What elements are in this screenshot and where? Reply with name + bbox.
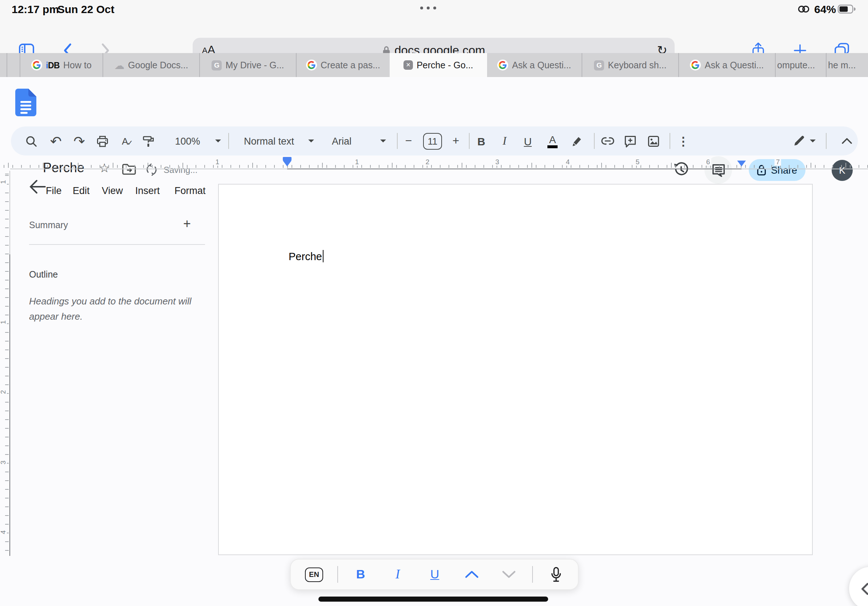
- ruler-number: 7: [775, 158, 781, 166]
- ruler-number: 1: [354, 158, 361, 166]
- horizontal-ruler[interactable]: 1 1 2 3 4 5 6 7: [0, 157, 868, 171]
- editing-mode-pencil-icon[interactable]: [793, 127, 805, 156]
- tab-partial-compute[interactable]: ompute...: [775, 53, 826, 77]
- ruler-number: 5: [634, 158, 641, 166]
- ruler-number: 3: [494, 158, 501, 166]
- tab-perche-active[interactable]: ✕ Perche - Go...: [390, 53, 487, 77]
- google-favicon: [31, 60, 42, 71]
- close-tab-icon[interactable]: ✕: [403, 60, 413, 70]
- first-line-indent-marker[interactable]: [283, 157, 291, 160]
- vertical-ruler: 1 1 2 3 4: [0, 171, 10, 556]
- dictation-mic-icon[interactable]: [550, 560, 562, 589]
- close-outline-panel-button[interactable]: [29, 179, 46, 197]
- add-summary-button[interactable]: +: [183, 216, 191, 232]
- editing-mode-caret-icon[interactable]: [810, 127, 816, 156]
- ruler-number: 2: [424, 158, 431, 166]
- font-size-field[interactable]: 11: [423, 127, 442, 156]
- toolbar-divider: [670, 133, 670, 149]
- menu-file[interactable]: File: [46, 183, 62, 198]
- battery-icon: [837, 4, 856, 17]
- tab-partial-left-1[interactable]: [0, 53, 6, 77]
- tab-label: Create a pas...: [321, 60, 380, 70]
- language-switch-button[interactable]: EN: [305, 560, 323, 589]
- paint-format-icon[interactable]: [142, 127, 155, 156]
- tab-ask-a-question-1[interactable]: Ask a Questi...: [487, 53, 581, 77]
- tab-label: Perche - Go...: [417, 60, 473, 70]
- bold-button[interactable]: B: [356, 560, 365, 589]
- insert-link-icon[interactable]: [601, 127, 615, 156]
- docs-toolbar: ↶ ↷ A✓ 100% Normal text Arial − 11 + B I…: [11, 127, 858, 156]
- decrease-font-size-button[interactable]: −: [405, 127, 412, 156]
- paragraph-style-select[interactable]: Normal text: [244, 127, 294, 156]
- text-cursor: [323, 250, 324, 262]
- menu-insert[interactable]: Insert: [135, 183, 160, 198]
- chevron-left-icon: [861, 583, 868, 595]
- right-indent-marker[interactable]: [737, 161, 746, 166]
- outline-empty-hint: Headings you add to the document will ap…: [29, 294, 198, 325]
- menu-edit[interactable]: Edit: [73, 183, 90, 198]
- ruler-number: 1: [0, 177, 7, 187]
- g-gray-favicon: G: [594, 60, 604, 70]
- tab-my-drive[interactable]: G My Drive - G...: [199, 53, 296, 77]
- tab-keyboard-shortcuts[interactable]: G Keyboard sh...: [581, 53, 678, 77]
- document-text-line[interactable]: Perche: [288, 250, 324, 262]
- battery-percent: 64%: [814, 3, 836, 15]
- document-page[interactable]: Perche: [218, 184, 813, 555]
- google-docs-logo[interactable]: [15, 89, 36, 119]
- increase-font-size-button[interactable]: +: [453, 127, 459, 156]
- tab-partial-right[interactable]: he m...: [826, 53, 868, 77]
- text-color-button[interactable]: A: [547, 127, 558, 156]
- status-bar: 12:17 pm Sun 22 Oct 64%: [0, 0, 868, 16]
- chevron-down-icon[interactable]: [502, 560, 516, 589]
- status-time: 12:17 pm: [12, 3, 59, 15]
- tab-partial-left-2[interactable]: [6, 53, 20, 77]
- accessory-divider: [337, 566, 338, 583]
- underline-button[interactable]: U: [430, 560, 439, 589]
- insert-image-icon[interactable]: [647, 127, 660, 156]
- keyboard-accessory-bar: EN B I U: [290, 559, 579, 590]
- outline-heading: Outline: [29, 270, 58, 280]
- tab-how-to[interactable]: iDB How to: [20, 53, 102, 77]
- font-select[interactable]: Arial: [332, 127, 352, 156]
- ruler-number: 1: [214, 158, 221, 166]
- underline-button[interactable]: U: [524, 127, 532, 156]
- undo-icon[interactable]: ↶: [50, 127, 62, 156]
- tab-label: he m...: [828, 60, 856, 70]
- zoom-level[interactable]: 100%: [175, 127, 200, 156]
- collapse-toolbar-icon[interactable]: [842, 127, 852, 156]
- status-date: Sun 22 Oct: [57, 3, 115, 15]
- more-options-icon[interactable]: ⋮: [677, 127, 689, 156]
- left-indent-marker[interactable]: [282, 161, 291, 166]
- menu-format[interactable]: Format: [175, 183, 206, 198]
- tab-label: How to: [63, 60, 91, 70]
- ruler-baseline: [9, 171, 10, 556]
- chevron-up-icon[interactable]: [465, 560, 479, 589]
- google-favicon: [306, 60, 317, 71]
- toolbar-divider: [594, 133, 595, 149]
- tab-create-a-pas[interactable]: Create a pas...: [296, 53, 390, 77]
- spellcheck-icon[interactable]: A✓: [122, 127, 128, 156]
- home-indicator[interactable]: [318, 597, 548, 601]
- italic-button[interactable]: I: [503, 127, 507, 156]
- tab-google-docs[interactable]: ☁ Google Docs...: [102, 53, 199, 77]
- safari-toolbar: AA docs.google.com ↻: [0, 16, 868, 53]
- ruler-number: 2: [0, 387, 7, 397]
- panel-divider: [29, 244, 205, 245]
- redo-icon[interactable]: ↷: [73, 127, 85, 156]
- tab-label: Google Docs...: [128, 60, 188, 70]
- italic-button[interactable]: I: [395, 560, 400, 589]
- add-comment-icon[interactable]: [624, 127, 637, 156]
- highlight-color-icon[interactable]: [571, 127, 583, 156]
- minimize-keyboard-button[interactable]: [849, 567, 868, 606]
- menu-view[interactable]: View: [102, 183, 123, 198]
- bold-button[interactable]: B: [477, 127, 485, 156]
- font-caret-icon[interactable]: [380, 127, 386, 156]
- toolbar-divider: [228, 133, 229, 149]
- search-icon[interactable]: [25, 127, 37, 156]
- style-caret-icon[interactable]: [308, 127, 314, 156]
- print-icon[interactable]: [96, 127, 108, 156]
- multitask-dots-icon[interactable]: [420, 6, 448, 9]
- tab-ask-a-question-2[interactable]: Ask a Questi...: [678, 53, 775, 77]
- zoom-caret-icon[interactable]: [215, 127, 221, 156]
- g-gray-favicon: G: [212, 60, 222, 70]
